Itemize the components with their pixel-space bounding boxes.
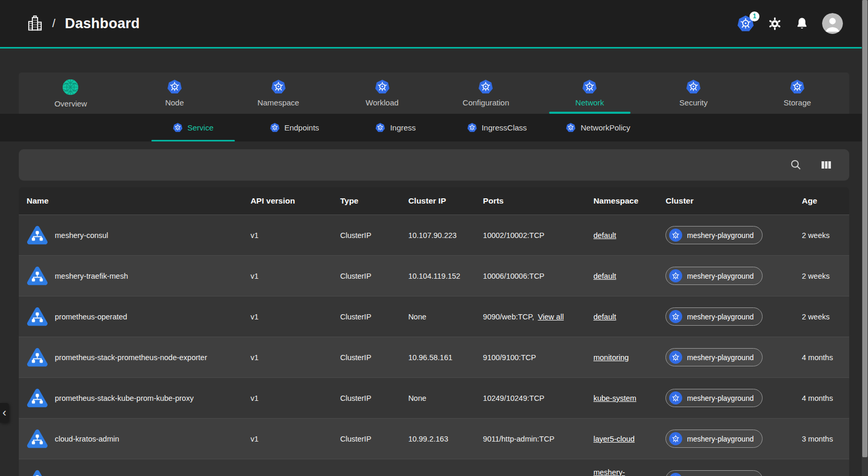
column-header-cluster[interactable]: Cluster bbox=[665, 196, 802, 206]
cluster-chip[interactable]: meshery-playground bbox=[665, 389, 763, 407]
resource-tab[interactable]: Network bbox=[538, 73, 641, 114]
table-row: prometheus-stack-kube-prom-kube-proxy v1… bbox=[19, 377, 849, 418]
namespace-link[interactable]: layer5-cloud bbox=[593, 435, 635, 443]
cluster-ip-cell: 10.104.119.152 bbox=[408, 272, 483, 280]
cluster-cell: meshery-playground bbox=[665, 226, 802, 244]
cluster-cell: meshery-playground bbox=[665, 348, 802, 366]
service-name: prometheus-stack-prometheus-node-exporte… bbox=[55, 353, 207, 362]
column-header-ports[interactable]: Ports bbox=[483, 196, 593, 206]
view-all-ports-link[interactable]: View all bbox=[538, 313, 564, 321]
service-name-cell[interactable]: meshery-traefik-mesh bbox=[19, 265, 251, 287]
service-name-cell[interactable]: prometheus-operated bbox=[19, 306, 251, 327]
column-header-namespace[interactable]: Namespace bbox=[593, 196, 665, 206]
cluster-ip-cell: 10.96.58.161 bbox=[408, 353, 483, 362]
sub-tab[interactable]: NetworkPolicy bbox=[548, 114, 649, 141]
cluster-chip[interactable]: meshery-playground bbox=[665, 348, 763, 366]
resource-tab[interactable]: Workload bbox=[330, 73, 434, 114]
resource-tab[interactable]: Node bbox=[123, 73, 227, 114]
view-columns-icon bbox=[820, 159, 833, 171]
sub-tab-label: Service bbox=[187, 123, 213, 132]
kubernetes-icon bbox=[669, 269, 682, 282]
cluster-chip-label: meshery-playground bbox=[687, 272, 754, 280]
api-version-cell: v1 bbox=[251, 313, 340, 321]
settings-button[interactable] bbox=[768, 17, 782, 31]
namespace-link[interactable]: meshery- bbox=[593, 468, 625, 476]
sub-tab[interactable]: Service bbox=[142, 114, 244, 141]
service-icon bbox=[27, 347, 48, 368]
cluster-cell: meshery-playground bbox=[665, 307, 802, 326]
resource-tab-label: Storage bbox=[783, 98, 811, 107]
resource-tab[interactable]: Configuration bbox=[434, 73, 538, 114]
namespace-link[interactable]: default bbox=[593, 231, 616, 240]
cluster-chip[interactable]: meshery-playground bbox=[665, 307, 763, 326]
namespace-cell: default bbox=[593, 313, 665, 321]
service-name: prometheus-stack-kube-prom-kube-proxy bbox=[55, 394, 194, 402]
cluster-chip[interactable]: meshery-playground bbox=[665, 470, 763, 476]
sub-tab-label: IngressClass bbox=[482, 123, 527, 132]
kubernetes-icon bbox=[467, 123, 477, 133]
column-header-age[interactable]: Age bbox=[802, 196, 849, 206]
resource-tab[interactable]: Storage bbox=[745, 73, 849, 114]
namespace-link[interactable]: default bbox=[593, 272, 616, 280]
age-cell: 4 months bbox=[802, 394, 849, 402]
gear-icon bbox=[768, 17, 782, 31]
kubernetes-icon bbox=[686, 79, 701, 94]
cluster-chip[interactable]: meshery-playground bbox=[665, 430, 763, 448]
breadcrumb-separator: / bbox=[52, 17, 55, 30]
namespace-link[interactable]: monitoring bbox=[593, 353, 629, 362]
table-row: meshery- meshery-playground bbox=[19, 459, 849, 476]
notifications-button[interactable] bbox=[795, 17, 808, 31]
kubernetes-icon bbox=[582, 79, 597, 94]
api-version-cell: v1 bbox=[251, 435, 340, 443]
kubernetes-icon bbox=[790, 79, 805, 94]
type-cell: ClusterIP bbox=[340, 231, 408, 240]
service-name-cell[interactable]: prometheus-stack-kube-prom-kube-proxy bbox=[19, 387, 251, 409]
namespace-link[interactable]: default bbox=[593, 313, 616, 321]
search-button[interactable] bbox=[787, 156, 805, 174]
column-header-cluster-ip[interactable]: Cluster IP bbox=[408, 196, 483, 206]
resource-tab[interactable]: Security bbox=[641, 73, 745, 114]
user-menu-button[interactable] bbox=[822, 13, 843, 34]
service-icon bbox=[27, 469, 48, 476]
ports-value: 10249/10249:TCP bbox=[483, 394, 544, 402]
resource-tab[interactable]: Overview bbox=[19, 73, 123, 114]
cluster-chip[interactable]: meshery-playground bbox=[665, 226, 763, 244]
ports-cell: 9100/9100:TCP bbox=[483, 353, 593, 362]
ports-value: 10002/10002:TCP bbox=[483, 231, 544, 240]
scrollbar-thumb[interactable] bbox=[862, 0, 867, 457]
resource-tab-label: Configuration bbox=[462, 98, 509, 107]
building-icon[interactable] bbox=[27, 15, 43, 32]
namespace-link[interactable]: kube-system bbox=[593, 394, 636, 402]
context-count-badge: 1 bbox=[750, 11, 759, 21]
namespace-cell: default bbox=[593, 231, 665, 240]
type-cell: ClusterIP bbox=[340, 435, 408, 443]
service-name-cell[interactable]: meshery-consul bbox=[19, 224, 251, 246]
search-icon bbox=[790, 159, 802, 171]
ports-cell: 9011/http-admin:TCP bbox=[483, 435, 593, 443]
kubernetes-icon bbox=[375, 123, 385, 133]
view-columns-button[interactable] bbox=[817, 156, 836, 174]
drawer-collapse-button[interactable]: ‹ bbox=[0, 403, 9, 423]
service-name-cell[interactable] bbox=[19, 469, 251, 476]
resource-tab[interactable]: Namespace bbox=[227, 73, 330, 114]
service-icon bbox=[27, 428, 48, 449]
cluster-cell: meshery-playground bbox=[665, 470, 802, 476]
kubernetes-context-button[interactable]: 1 bbox=[737, 15, 754, 32]
age-cell: 4 months bbox=[802, 353, 849, 362]
sub-tab[interactable]: IngressClass bbox=[446, 114, 548, 141]
service-name-cell[interactable]: prometheus-stack-prometheus-node-exporte… bbox=[19, 347, 251, 368]
selected-subtab-underline bbox=[151, 140, 234, 141]
column-header-type[interactable]: Type bbox=[340, 196, 408, 206]
column-header-api-version[interactable]: API version bbox=[251, 196, 340, 206]
column-header-name[interactable]: Name bbox=[19, 196, 251, 206]
cluster-ip-cell: None bbox=[408, 313, 483, 321]
table-header-row: Name API version Type Cluster IP Ports N… bbox=[19, 187, 849, 215]
service-name-cell[interactable]: cloud-kratos-admin bbox=[19, 428, 251, 449]
table-body: meshery-consul v1 ClusterIP 10.107.90.22… bbox=[19, 215, 849, 476]
app-root: / Dashboard 1 bbox=[0, 0, 868, 476]
cluster-ip-cell: None bbox=[408, 394, 483, 402]
sub-tab[interactable]: Ingress bbox=[345, 114, 446, 141]
cluster-chip[interactable]: meshery-playground bbox=[665, 267, 763, 285]
sub-tab[interactable]: Endpoints bbox=[244, 114, 345, 141]
vertical-scrollbar bbox=[862, 0, 868, 476]
